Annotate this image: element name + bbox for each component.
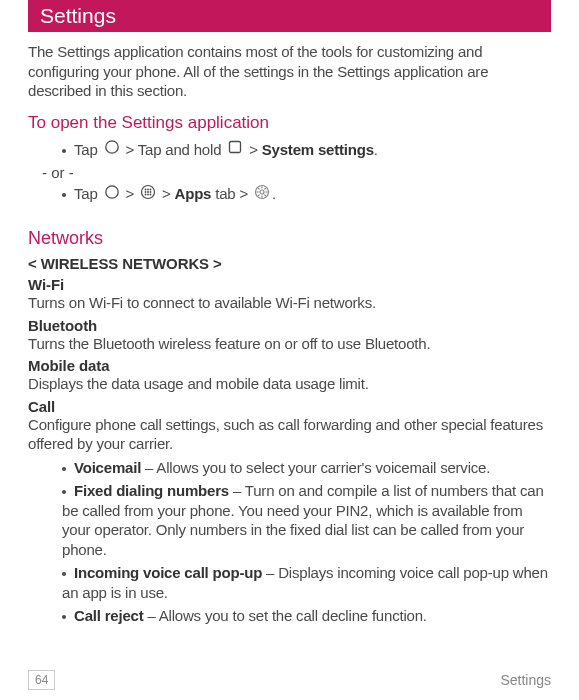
mobile-data-desc: Displays the data usage and mobile data …: [28, 374, 551, 394]
footer-label: Settings: [500, 672, 551, 688]
step-1-pre: Tap: [74, 141, 102, 158]
page-number: 64: [28, 670, 55, 690]
svg-point-10: [145, 193, 147, 195]
svg-line-22: [264, 188, 265, 189]
home-circle-icon: [104, 139, 120, 162]
step-2-gt1: >: [122, 185, 139, 202]
page-title-bar: Settings: [28, 0, 551, 32]
svg-line-21: [258, 194, 259, 195]
mobile-data-title: Mobile data: [28, 357, 551, 374]
svg-point-12: [150, 193, 152, 195]
svg-point-14: [260, 190, 264, 194]
step-2-bold: Apps: [175, 185, 212, 202]
item-desc: – Allows you to set the call decline fun…: [144, 607, 427, 624]
svg-point-4: [145, 188, 147, 190]
item-desc: – Allows you to select your carrier's vo…: [141, 459, 490, 476]
step-2-pre: Tap: [74, 185, 102, 202]
bluetooth-title: Bluetooth: [28, 317, 551, 334]
bullet-icon: [62, 149, 66, 153]
list-item: Voicemail – Allows you to select your ca…: [28, 458, 551, 478]
or-separator: - or -: [28, 164, 551, 181]
svg-point-11: [147, 193, 149, 195]
wireless-networks-heading: < WIRELESS NETWORKS >: [28, 255, 551, 272]
bullet-icon: [62, 615, 66, 619]
bullet-icon: [62, 467, 66, 471]
bluetooth-desc: Turns the Bluetooth wireless feature on …: [28, 334, 551, 354]
networks-heading: Networks: [28, 228, 551, 249]
wifi-title: Wi-Fi: [28, 276, 551, 293]
bullet-icon: [62, 572, 66, 576]
svg-rect-1: [230, 142, 241, 153]
svg-point-5: [147, 188, 149, 190]
svg-line-20: [264, 194, 265, 195]
recent-square-icon: [227, 139, 243, 162]
call-desc: Configure phone call settings, such as c…: [28, 415, 551, 454]
svg-point-7: [145, 191, 147, 193]
intro-text: The Settings application contains most o…: [28, 42, 551, 101]
apps-grid-icon: [140, 184, 156, 207]
item-title: Incoming voice call pop-up: [74, 564, 262, 581]
svg-point-9: [150, 191, 152, 193]
item-title: Fixed dialing numbers: [74, 482, 229, 499]
bullet-icon: [62, 193, 66, 197]
item-title: Call reject: [74, 607, 144, 624]
settings-gear-icon: [254, 184, 270, 207]
step-2-gt2: >: [158, 185, 175, 202]
step-1-end: .: [374, 141, 378, 158]
step-2-end: .: [272, 185, 276, 202]
step-2-tab: tab >: [211, 185, 252, 202]
page-footer: 64 Settings: [28, 670, 551, 690]
list-item: Incoming voice call pop-up – Displays in…: [28, 563, 551, 602]
svg-point-0: [105, 141, 117, 153]
call-title: Call: [28, 398, 551, 415]
svg-point-6: [150, 188, 152, 190]
svg-point-2: [105, 185, 117, 197]
step-1: Tap > Tap and hold > System settings.: [28, 139, 551, 162]
step-1-bold: System settings: [262, 141, 374, 158]
step-1-mid2: >: [245, 141, 262, 158]
bullet-icon: [62, 490, 66, 494]
page-title: Settings: [40, 4, 116, 27]
step-2: Tap > > Apps tab > .: [28, 183, 551, 206]
list-item: Fixed dialing numbers – Turn on and comp…: [28, 481, 551, 559]
open-settings-heading: To open the Settings application: [28, 113, 551, 133]
wifi-desc: Turns on Wi-Fi to connect to available W…: [28, 293, 551, 313]
svg-point-8: [147, 191, 149, 193]
step-1-mid1: > Tap and hold: [122, 141, 226, 158]
list-item: Call reject – Allows you to set the call…: [28, 606, 551, 626]
item-title: Voicemail: [74, 459, 141, 476]
svg-line-19: [258, 188, 259, 189]
home-circle-icon: [104, 184, 120, 207]
